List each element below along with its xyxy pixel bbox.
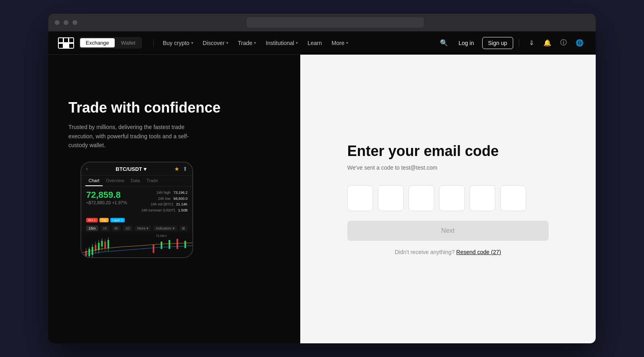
- code-input-6[interactable]: [500, 185, 526, 211]
- code-input-4[interactable]: [439, 185, 465, 211]
- toolbar-indicators[interactable]: Indicators ▾: [153, 226, 177, 231]
- phone-price: 72,859.8: [86, 190, 127, 200]
- form-subtitle: We've sent a code to test@test.com: [347, 164, 549, 171]
- download-icon[interactable]: ⇓: [525, 37, 538, 49]
- phone-vol-usdt: 24h turnover (USDT) 1.50B: [141, 207, 188, 213]
- exchange-toggle-btn[interactable]: Exchange: [80, 38, 115, 47]
- badge-top: Top: [99, 218, 109, 222]
- phone-toolbar: 15m 1h 4h 1D More ▾ Indicators ▾ ⊞: [81, 224, 192, 233]
- bell-icon[interactable]: 🔔: [541, 37, 554, 49]
- phone-tab-data[interactable]: Data: [128, 176, 143, 186]
- chevron-down-icon: ▾: [254, 41, 256, 45]
- phone-mockup: ‹ BTC/USDT ▾ ★ ⬆ Chart Overview Data Tra…: [80, 162, 193, 258]
- toolbar-15m[interactable]: 15m: [86, 226, 98, 231]
- nav-actions: 🔍 Log in Sign up ⇓ 🔔 ⓘ 🌐: [438, 37, 586, 49]
- nav-link-learn[interactable]: Learn: [303, 37, 326, 49]
- phone-header: ‹ BTC/USDT ▾ ★ ⬆: [81, 162, 192, 176]
- code-input-3[interactable]: [409, 185, 434, 211]
- phone-badges: NO.1 Top Layer 1: [81, 216, 192, 224]
- address-bar[interactable]: [247, 17, 424, 28]
- nav-divider: [153, 39, 154, 47]
- help-icon[interactable]: ⓘ: [557, 37, 570, 49]
- star-icon: ★: [174, 166, 180, 172]
- phone-low: 24h low 68,600.0: [141, 196, 188, 201]
- share-icon: ⬆: [183, 166, 188, 172]
- logo-box: [58, 37, 74, 49]
- signup-button[interactable]: Sign up: [482, 37, 513, 49]
- browser-window: Exchange Wallet Buy crypto ▾ Discover ▾ …: [48, 14, 596, 343]
- phone-tabs: Chart Overview Data Trade: [81, 176, 192, 187]
- main-content: Trade with confidence Trusted by million…: [48, 55, 596, 343]
- svg-rect-30: [161, 242, 162, 249]
- navbar: Exchange Wallet Buy crypto ▾ Discover ▾ …: [48, 31, 596, 55]
- phone-tab-chart[interactable]: Chart: [85, 176, 103, 186]
- svg-rect-15: [95, 242, 96, 245]
- phone-price-usd: ≈$72,880.20 +1.97%: [86, 200, 127, 205]
- browser-chrome: [48, 14, 596, 31]
- toolbar-more[interactable]: More ▾: [135, 226, 151, 231]
- svg-rect-29: [153, 245, 154, 253]
- svg-rect-4: [69, 44, 73, 48]
- svg-rect-13: [92, 255, 93, 258]
- nav-separator: [519, 39, 519, 47]
- right-panel: Enter your email code We've sent a code …: [300, 55, 596, 343]
- back-chevron-icon: ‹: [86, 166, 88, 172]
- svg-rect-0: [59, 38, 63, 42]
- globe-icon[interactable]: 🌐: [573, 37, 586, 49]
- svg-rect-23: [104, 242, 106, 248]
- chart-area: 73,196.2 72,859.8 MA7: 72,758.6 MA30: 72…: [81, 233, 192, 258]
- phone-tab-overview[interactable]: Overview: [103, 176, 128, 186]
- nav-link-discover[interactable]: Discover ▾: [199, 37, 232, 49]
- resend-link[interactable]: Resend code (27): [456, 249, 501, 255]
- form-container: Enter your email code We've sent a code …: [347, 143, 549, 255]
- toolbar-4h[interactable]: 4h: [112, 226, 121, 231]
- code-input-2[interactable]: [378, 185, 404, 211]
- chart-svg: 73,196.2 72,859.8: [81, 233, 192, 258]
- nav-link-trade[interactable]: Trade ▾: [234, 37, 260, 49]
- toolbar-layout[interactable]: ⊞: [180, 226, 188, 231]
- code-inputs-container: [347, 185, 549, 211]
- resend-text: Didn't receive anything? Resend code (27…: [347, 249, 549, 255]
- svg-rect-17: [98, 243, 99, 250]
- badge-no1: NO.1: [86, 218, 98, 222]
- code-input-1[interactable]: [347, 185, 373, 211]
- chevron-down-icon: ▾: [191, 41, 193, 45]
- login-button[interactable]: Log in: [454, 37, 479, 49]
- svg-rect-26: [107, 240, 109, 248]
- phone-price-area: 72,859.8 ≈$72,880.20 +1.97% 24h high 73,…: [81, 187, 192, 216]
- nav-links: Buy crypto ▾ Discover ▾ Trade ▾ Institut…: [159, 37, 438, 49]
- toolbar-1h[interactable]: 1h: [101, 226, 109, 231]
- svg-rect-7: [86, 257, 86, 258]
- left-panel: Trade with confidence Trusted by million…: [48, 55, 300, 343]
- search-icon[interactable]: 🔍: [438, 37, 450, 49]
- nav-link-buy-crypto[interactable]: Buy crypto ▾: [159, 37, 197, 49]
- form-title: Enter your email code: [347, 143, 549, 160]
- wallet-toggle-btn[interactable]: Wallet: [116, 38, 141, 47]
- phone-back-btn: ‹: [86, 166, 88, 172]
- hero-text: Trade with confidence Trusted by million…: [68, 99, 280, 150]
- svg-rect-16: [95, 251, 96, 254]
- svg-text:73,196.2: 73,196.2: [156, 234, 167, 237]
- browser-dot-green: [72, 20, 77, 25]
- nav-link-institutional[interactable]: Institutional ▾: [262, 37, 302, 49]
- svg-rect-20: [101, 241, 103, 246]
- svg-rect-18: [99, 240, 99, 243]
- nav-link-more[interactable]: More ▾: [328, 37, 352, 49]
- svg-rect-6: [86, 248, 86, 251]
- toolbar-1d[interactable]: 1D: [123, 226, 133, 231]
- hero-title: Trade with confidence: [68, 99, 280, 116]
- phone-high: 24h high 73,196.2: [141, 190, 188, 195]
- nav-logo[interactable]: [58, 37, 74, 49]
- svg-rect-32: [177, 239, 178, 249]
- phone-stats: 24h high 73,196.2 24h low 68,600.0 24h v…: [141, 190, 188, 213]
- svg-rect-8: [89, 249, 90, 256]
- svg-rect-9: [89, 247, 89, 249]
- svg-rect-12: [92, 244, 93, 247]
- phone-vol-btc: 24h vol (BTC) 21.14K: [141, 201, 188, 207]
- phone-header-icons: ★ ⬆: [174, 166, 188, 172]
- code-input-5[interactable]: [470, 185, 495, 211]
- chevron-down-icon: ▾: [346, 41, 348, 45]
- phone-tab-trade[interactable]: Trade: [143, 176, 161, 186]
- browser-content: Exchange Wallet Buy crypto ▾ Discover ▾ …: [48, 31, 596, 343]
- next-button[interactable]: Next: [347, 221, 549, 241]
